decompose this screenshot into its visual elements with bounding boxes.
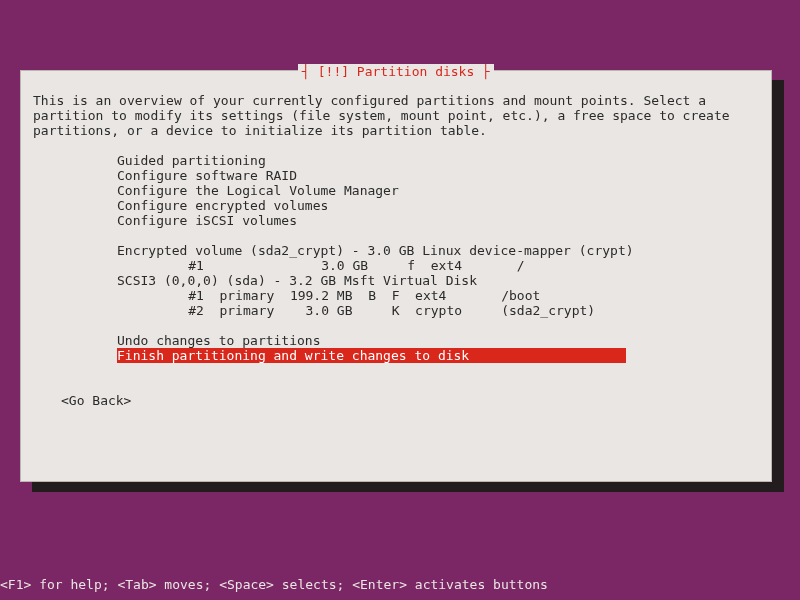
footer-help-text: <F1> for help; <Tab> moves; <Space> sele… [0, 577, 548, 592]
menu-scsi-disk-header[interactable]: SCSI3 (0,0,0) (sda) - 3.2 GB Msft Virtua… [117, 273, 759, 288]
menu-encrypted-partition-1[interactable]: #1 3.0 GB f ext4 / [149, 258, 759, 273]
menu-undo-changes[interactable]: Undo changes to partitions [117, 333, 759, 348]
go-back-button[interactable]: <Go Back> [61, 393, 759, 408]
menu-scsi-partition-1[interactable]: #1 primary 199.2 MB B F ext4 /boot [149, 288, 759, 303]
menu-finish-partitioning[interactable]: Finish partitioning and write changes to… [117, 348, 626, 363]
menu-configure-lvm[interactable]: Configure the Logical Volume Manager [117, 183, 759, 198]
menu-configure-encrypted[interactable]: Configure encrypted volumes [117, 198, 759, 213]
partition-dialog: ┤ [!!] Partition disks ├ This is an over… [20, 70, 772, 482]
menu-guided-partitioning[interactable]: Guided partitioning [117, 153, 759, 168]
dialog-content: This is an overview of your currently co… [21, 71, 771, 420]
menu-configure-raid[interactable]: Configure software RAID [117, 168, 759, 183]
description-text: This is an overview of your currently co… [33, 93, 759, 138]
dialog-title-bar: ┤ [!!] Partition disks ├ [21, 64, 771, 79]
menu-configure-iscsi[interactable]: Configure iSCSI volumes [117, 213, 759, 228]
dialog-title: ┤ [!!] Partition disks ├ [298, 64, 494, 79]
spacer [117, 318, 759, 333]
spacer [117, 228, 759, 243]
menu-encrypted-volume-header[interactable]: Encrypted volume (sda2_crypt) - 3.0 GB L… [117, 243, 759, 258]
menu-scsi-partition-2[interactable]: #2 primary 3.0 GB K crypto (sda2_crypt) [149, 303, 759, 318]
menu-list: Guided partitioning Configure software R… [117, 153, 759, 363]
